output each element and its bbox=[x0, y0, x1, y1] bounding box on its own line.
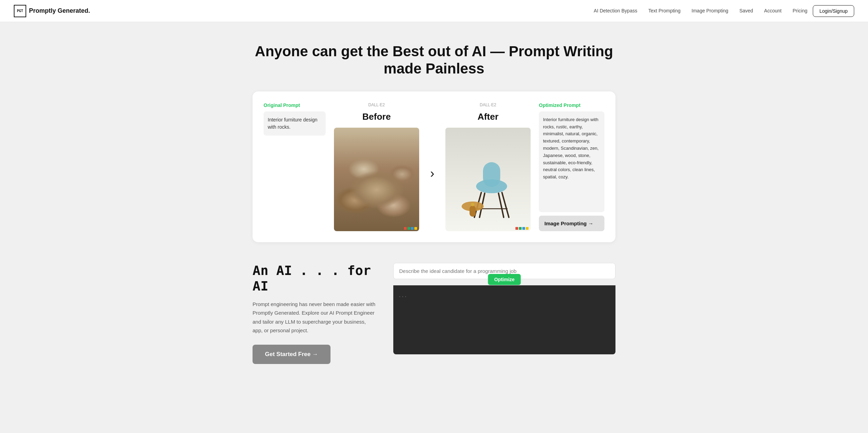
before-title: Before bbox=[362, 111, 391, 122]
optimize-button[interactable]: Optimize bbox=[488, 274, 521, 285]
nav-link-saved[interactable]: Saved bbox=[739, 8, 753, 13]
color-strip-before bbox=[404, 227, 417, 230]
optimized-prompt-text: Interior furniture design with rocks, ru… bbox=[539, 111, 604, 212]
nav-item-image-prompting: Image Prompting bbox=[692, 8, 729, 14]
arrow-icon: › bbox=[427, 166, 437, 181]
svg-rect-1 bbox=[483, 162, 500, 187]
bottom-section: An AI . . . for AI Prompt engineering ha… bbox=[253, 263, 615, 364]
get-started-button[interactable]: Get Started Free → bbox=[253, 345, 331, 364]
demo-output: ... bbox=[393, 285, 615, 354]
hero-title: Anyone can get the Best out of AI — Prom… bbox=[253, 43, 615, 78]
demo-dots: ... bbox=[399, 291, 408, 298]
image-prompting-button[interactable]: Image Prompting → bbox=[539, 216, 604, 231]
main-content: Anyone can get the Best out of AI — Prom… bbox=[244, 22, 624, 378]
nav-link-account[interactable]: Account bbox=[764, 8, 782, 13]
before-section: DALL·E2 Before bbox=[334, 102, 419, 231]
dalle-label-after: DALL·E2 bbox=[480, 102, 496, 107]
svg-rect-8 bbox=[470, 206, 476, 217]
nav-link-image-prompting[interactable]: Image Prompting bbox=[692, 8, 729, 13]
svg-point-9 bbox=[471, 203, 474, 206]
nav-item-ai-detection: AI Detection Bypass bbox=[594, 8, 637, 14]
demo-input[interactable] bbox=[399, 268, 610, 274]
optimized-prompt-panel: Optimized Prompt Interior furniture desi… bbox=[539, 102, 604, 231]
ai-for-ai-title: An AI . . . for AI bbox=[253, 263, 377, 294]
nav-links: AI Detection Bypass Text Prompting Image… bbox=[594, 8, 807, 14]
brand-name: Promptly Generated. bbox=[29, 7, 90, 14]
chair-visual bbox=[445, 128, 531, 231]
dalle-label-before: DALL·E2 bbox=[368, 102, 385, 107]
nav-link-ai-detection[interactable]: AI Detection Bypass bbox=[594, 8, 637, 13]
ai-description: Prompt engineering has never been made e… bbox=[253, 300, 377, 335]
nav-item-text-prompting: Text Prompting bbox=[648, 8, 680, 14]
original-prompt-panel: Original Prompt Interior furniture desig… bbox=[264, 102, 326, 231]
after-title: After bbox=[477, 111, 499, 122]
navbar: PGT Promptly Generated. AI Detection Byp… bbox=[0, 0, 868, 22]
nav-link-pricing[interactable]: Pricing bbox=[792, 8, 807, 13]
demo-input-row: Optimize bbox=[393, 263, 615, 279]
after-image bbox=[445, 128, 531, 231]
comparison-card: Original Prompt Interior furniture desig… bbox=[253, 91, 615, 242]
nav-item-account: Account bbox=[764, 8, 782, 14]
nav-item-saved: Saved bbox=[739, 8, 753, 14]
rocks-visual bbox=[334, 128, 419, 231]
before-image bbox=[334, 128, 419, 231]
left-copy: An AI . . . for AI Prompt engineering ha… bbox=[253, 263, 377, 364]
logo-icon: PGT bbox=[14, 5, 26, 17]
logo-icon-text: PGT bbox=[17, 9, 23, 13]
brand-logo[interactable]: PGT Promptly Generated. bbox=[14, 5, 90, 17]
nav-link-text-prompting[interactable]: Text Prompting bbox=[648, 8, 680, 13]
original-prompt-text: Interior furniture design with rocks. bbox=[264, 111, 326, 136]
chair-svg bbox=[454, 145, 523, 224]
after-section: DALL·E2 After bbox=[445, 102, 531, 231]
original-prompt-label: Original Prompt bbox=[264, 102, 326, 108]
login-signup-button[interactable]: Login/Signup bbox=[813, 5, 854, 17]
nav-item-pricing: Pricing bbox=[792, 8, 807, 14]
color-strip-after bbox=[515, 227, 529, 230]
optimized-prompt-label: Optimized Prompt bbox=[539, 102, 604, 108]
right-demo: Optimize ... bbox=[393, 263, 615, 354]
